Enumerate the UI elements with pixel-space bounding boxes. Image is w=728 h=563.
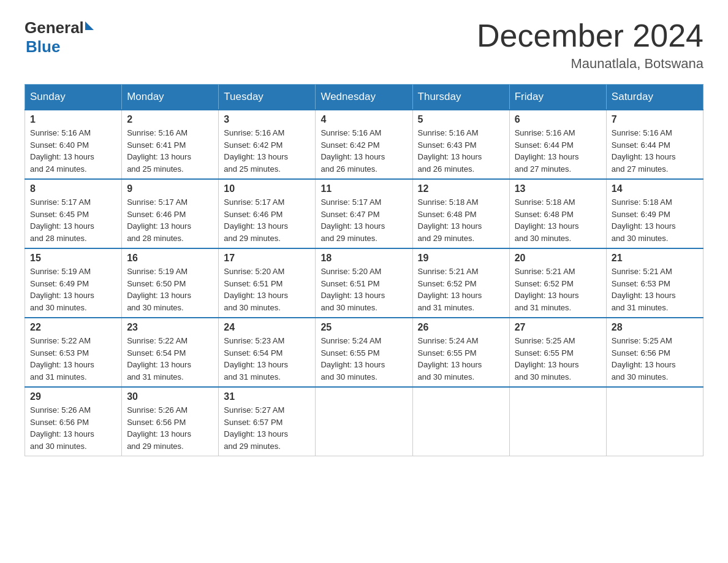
calendar-cell: 24Sunrise: 5:23 AM Sunset: 6:54 PM Dayli… <box>219 318 316 387</box>
day-number: 14 <box>612 183 698 194</box>
weekday-header-saturday: Saturday <box>606 85 703 110</box>
day-info: Sunrise: 5:17 AM Sunset: 6:46 PM Dayligh… <box>224 196 310 244</box>
day-number: 9 <box>127 183 213 194</box>
calendar-cell: 7Sunrise: 5:16 AM Sunset: 6:44 PM Daylig… <box>606 110 703 179</box>
calendar-cell: 10Sunrise: 5:17 AM Sunset: 6:46 PM Dayli… <box>219 179 316 248</box>
day-info: Sunrise: 5:21 AM Sunset: 6:53 PM Dayligh… <box>612 266 698 313</box>
day-number: 24 <box>224 322 310 333</box>
day-info: Sunrise: 5:18 AM Sunset: 6:48 PM Dayligh… <box>418 196 504 244</box>
calendar-cell: 15Sunrise: 5:19 AM Sunset: 6:49 PM Dayli… <box>25 248 122 318</box>
day-info: Sunrise: 5:16 AM Sunset: 6:40 PM Dayligh… <box>30 127 116 175</box>
calendar-week-row: 8Sunrise: 5:17 AM Sunset: 6:45 PM Daylig… <box>25 179 703 248</box>
calendar-cell: 17Sunrise: 5:20 AM Sunset: 6:51 PM Dayli… <box>219 248 316 318</box>
calendar-table: SundayMondayTuesdayWednesdayThursdayFrid… <box>25 84 703 456</box>
logo-blue-text: Blue <box>26 37 60 56</box>
day-info: Sunrise: 5:26 AM Sunset: 6:56 PM Dayligh… <box>30 404 116 452</box>
day-number: 11 <box>320 183 407 194</box>
calendar-cell <box>316 387 412 456</box>
calendar-cell: 6Sunrise: 5:16 AM Sunset: 6:44 PM Daylig… <box>509 110 606 179</box>
day-info: Sunrise: 5:19 AM Sunset: 6:50 PM Dayligh… <box>127 266 213 313</box>
day-info: Sunrise: 5:17 AM Sunset: 6:47 PM Dayligh… <box>320 196 407 244</box>
logo-triangle-icon <box>85 21 94 30</box>
calendar-cell: 18Sunrise: 5:20 AM Sunset: 6:51 PM Dayli… <box>316 248 412 318</box>
day-info: Sunrise: 5:16 AM Sunset: 6:44 PM Dayligh… <box>612 127 698 175</box>
calendar-cell: 8Sunrise: 5:17 AM Sunset: 6:45 PM Daylig… <box>25 179 122 248</box>
calendar-cell: 30Sunrise: 5:26 AM Sunset: 6:56 PM Dayli… <box>122 387 219 456</box>
day-number: 6 <box>515 114 601 125</box>
calendar-cell: 20Sunrise: 5:21 AM Sunset: 6:52 PM Dayli… <box>509 248 606 318</box>
day-number: 19 <box>418 253 504 264</box>
calendar-cell: 23Sunrise: 5:22 AM Sunset: 6:54 PM Dayli… <box>122 318 219 387</box>
month-title: December 2024 <box>477 18 703 53</box>
day-info: Sunrise: 5:20 AM Sunset: 6:51 PM Dayligh… <box>224 266 310 313</box>
day-info: Sunrise: 5:22 AM Sunset: 6:54 PM Dayligh… <box>127 335 213 383</box>
calendar-cell: 1Sunrise: 5:16 AM Sunset: 6:40 PM Daylig… <box>25 110 122 179</box>
calendar-cell: 31Sunrise: 5:27 AM Sunset: 6:57 PM Dayli… <box>219 387 316 456</box>
day-info: Sunrise: 5:17 AM Sunset: 6:46 PM Dayligh… <box>127 196 213 244</box>
calendar-header-row: SundayMondayTuesdayWednesdayThursdayFrid… <box>25 85 703 110</box>
weekday-header-wednesday: Wednesday <box>316 85 412 110</box>
day-number: 18 <box>320 253 407 264</box>
day-number: 13 <box>515 183 601 194</box>
day-number: 8 <box>30 183 116 194</box>
calendar-cell: 21Sunrise: 5:21 AM Sunset: 6:53 PM Dayli… <box>606 248 703 318</box>
day-number: 25 <box>320 322 407 333</box>
calendar-cell: 19Sunrise: 5:21 AM Sunset: 6:52 PM Dayli… <box>412 248 509 318</box>
day-number: 12 <box>418 183 504 194</box>
day-number: 27 <box>515 322 601 333</box>
weekday-header-tuesday: Tuesday <box>219 85 316 110</box>
calendar-cell: 3Sunrise: 5:16 AM Sunset: 6:42 PM Daylig… <box>219 110 316 179</box>
day-info: Sunrise: 5:20 AM Sunset: 6:51 PM Dayligh… <box>320 266 407 313</box>
calendar-cell: 29Sunrise: 5:26 AM Sunset: 6:56 PM Dayli… <box>25 387 122 456</box>
calendar-cell: 12Sunrise: 5:18 AM Sunset: 6:48 PM Dayli… <box>412 179 509 248</box>
calendar-cell <box>509 387 606 456</box>
weekday-header-thursday: Thursday <box>412 85 509 110</box>
day-info: Sunrise: 5:21 AM Sunset: 6:52 PM Dayligh… <box>515 266 601 313</box>
weekday-header-sunday: Sunday <box>25 85 122 110</box>
day-number: 23 <box>127 322 213 333</box>
day-info: Sunrise: 5:16 AM Sunset: 6:42 PM Dayligh… <box>224 127 310 175</box>
day-info: Sunrise: 5:27 AM Sunset: 6:57 PM Dayligh… <box>224 404 310 452</box>
day-number: 28 <box>612 322 698 333</box>
day-info: Sunrise: 5:23 AM Sunset: 6:54 PM Dayligh… <box>224 335 310 383</box>
calendar-cell: 16Sunrise: 5:19 AM Sunset: 6:50 PM Dayli… <box>122 248 219 318</box>
day-number: 3 <box>224 114 310 125</box>
calendar-week-row: 22Sunrise: 5:22 AM Sunset: 6:53 PM Dayli… <box>25 318 703 387</box>
logo-general-text: General <box>25 18 84 37</box>
page-header: General Blue December 2024 Maunatlala, B… <box>25 18 703 72</box>
day-number: 26 <box>418 322 504 333</box>
day-info: Sunrise: 5:25 AM Sunset: 6:56 PM Dayligh… <box>612 335 698 383</box>
calendar-cell: 11Sunrise: 5:17 AM Sunset: 6:47 PM Dayli… <box>316 179 412 248</box>
day-number: 2 <box>127 114 213 125</box>
weekday-header-friday: Friday <box>509 85 606 110</box>
day-info: Sunrise: 5:26 AM Sunset: 6:56 PM Dayligh… <box>127 404 213 452</box>
day-info: Sunrise: 5:25 AM Sunset: 6:55 PM Dayligh… <box>515 335 601 383</box>
weekday-header-monday: Monday <box>122 85 219 110</box>
calendar-cell: 27Sunrise: 5:25 AM Sunset: 6:55 PM Dayli… <box>509 318 606 387</box>
day-info: Sunrise: 5:16 AM Sunset: 6:44 PM Dayligh… <box>515 127 601 175</box>
calendar-cell: 22Sunrise: 5:22 AM Sunset: 6:53 PM Dayli… <box>25 318 122 387</box>
day-info: Sunrise: 5:18 AM Sunset: 6:49 PM Dayligh… <box>612 196 698 244</box>
day-info: Sunrise: 5:24 AM Sunset: 6:55 PM Dayligh… <box>418 335 504 383</box>
day-info: Sunrise: 5:17 AM Sunset: 6:45 PM Dayligh… <box>30 196 116 244</box>
day-number: 17 <box>224 253 310 264</box>
calendar-week-row: 1Sunrise: 5:16 AM Sunset: 6:40 PM Daylig… <box>25 110 703 179</box>
calendar-cell: 26Sunrise: 5:24 AM Sunset: 6:55 PM Dayli… <box>412 318 509 387</box>
calendar-week-row: 15Sunrise: 5:19 AM Sunset: 6:49 PM Dayli… <box>25 248 703 318</box>
day-info: Sunrise: 5:24 AM Sunset: 6:55 PM Dayligh… <box>320 335 407 383</box>
day-number: 15 <box>30 253 116 264</box>
calendar-cell: 28Sunrise: 5:25 AM Sunset: 6:56 PM Dayli… <box>606 318 703 387</box>
day-number: 31 <box>224 391 310 402</box>
calendar-week-row: 29Sunrise: 5:26 AM Sunset: 6:56 PM Dayli… <box>25 387 703 456</box>
day-info: Sunrise: 5:21 AM Sunset: 6:52 PM Dayligh… <box>418 266 504 313</box>
day-number: 22 <box>30 322 116 333</box>
calendar-cell: 13Sunrise: 5:18 AM Sunset: 6:48 PM Dayli… <box>509 179 606 248</box>
day-info: Sunrise: 5:22 AM Sunset: 6:53 PM Dayligh… <box>30 335 116 383</box>
calendar-cell: 9Sunrise: 5:17 AM Sunset: 6:46 PM Daylig… <box>122 179 219 248</box>
calendar-cell: 2Sunrise: 5:16 AM Sunset: 6:41 PM Daylig… <box>122 110 219 179</box>
day-info: Sunrise: 5:16 AM Sunset: 6:42 PM Dayligh… <box>320 127 407 175</box>
calendar-cell <box>412 387 509 456</box>
day-number: 5 <box>418 114 504 125</box>
day-info: Sunrise: 5:16 AM Sunset: 6:41 PM Dayligh… <box>127 127 213 175</box>
day-number: 21 <box>612 253 698 264</box>
